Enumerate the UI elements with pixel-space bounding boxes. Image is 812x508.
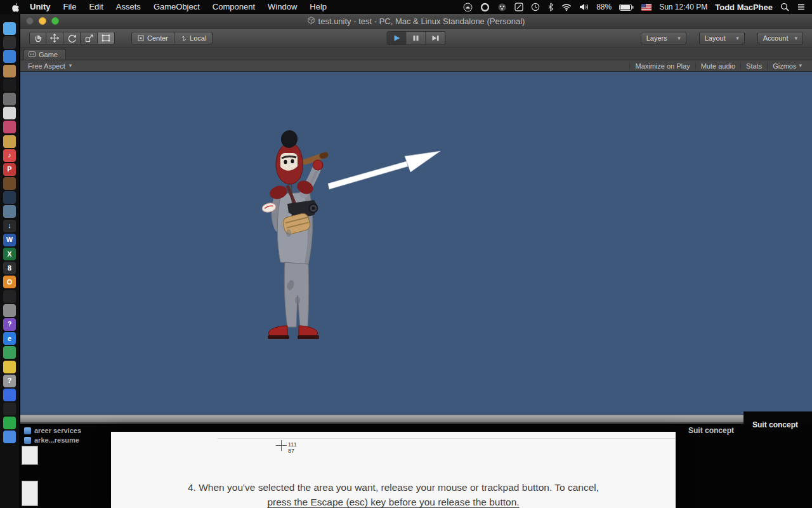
hand-tool-button[interactable] [29,32,46,44]
document-thumbnail[interactable] [22,446,38,465]
dock-icon-11[interactable]: P [3,163,16,176]
game-button-gizmos[interactable]: Gizmos▾ [767,62,807,70]
game-view-icon [29,51,36,58]
dock-icon-13[interactable] [3,191,16,204]
play-button[interactable] [387,31,407,45]
dock-icon-24[interactable] [3,346,16,359]
unity-cube-icon [308,17,315,26]
help-document-window[interactable]: 111 87 4. When you've selected the area … [111,432,676,508]
menubar-clock[interactable]: Sun 12:40 PM [659,3,707,11]
dock-icon-1[interactable] [3,22,16,35]
dock-icon-18[interactable]: 8 [3,262,16,274]
menu-window[interactable]: Window [261,0,303,14]
wifi-icon[interactable] [561,3,572,11]
input-language-flag-icon[interactable] [641,4,652,11]
scale-tool-button[interactable] [81,32,98,44]
dock-icon-28[interactable] [3,403,16,415]
game-button-stats[interactable]: Stats [740,62,767,70]
spotlight-search-icon[interactable] [780,3,789,11]
rotate-tool-button[interactable] [63,32,81,44]
dock-icon-3[interactable] [3,50,16,63]
step-button[interactable] [426,31,446,45]
window-bottom-scrollbar[interactable] [20,415,812,423]
dock-icon-29[interactable] [3,417,16,429]
dock-icon-5[interactable] [3,79,16,91]
screenshot-crosshair-icon [276,440,287,451]
status-app-icon-3[interactable] [497,3,507,12]
menu-gameobject[interactable]: GameObject [147,0,206,14]
zoom-window-button[interactable] [51,17,59,25]
close-window-button[interactable] [26,17,34,25]
dock-icon-8[interactable] [3,121,16,133]
notification-center-icon[interactable] [797,3,806,11]
volume-icon[interactable] [579,3,589,11]
dock-icon-16[interactable]: W [3,234,16,246]
background-list-item[interactable]: arke...resume [24,436,79,444]
move-tool-button[interactable] [46,32,63,44]
time-machine-icon[interactable] [531,3,540,11]
background-item-label: areer services [34,427,81,434]
dock-icon-7[interactable] [3,107,16,119]
apple-menu-icon[interactable] [11,3,20,12]
dock-icon-21[interactable] [3,304,16,317]
dock-icon-22[interactable]: ? [3,318,16,331]
help-text-line2: press the Escape (esc) key before you re… [111,495,676,508]
status-app-icon-1[interactable] [463,3,473,12]
dock-icon-20[interactable] [3,290,16,303]
menu-help[interactable]: Help [303,0,333,14]
dock-icon-26[interactable]: ? [3,375,16,387]
menu-unity[interactable]: Unity [23,0,57,14]
dock-icon-19[interactable]: O [3,276,16,288]
dock-icon-9[interactable] [3,135,16,148]
playmode-controls [387,31,446,45]
game-button-mute-audio[interactable]: Mute audio [695,62,740,70]
folder-icon [24,437,31,444]
dock-icon-27[interactable] [3,389,16,401]
rect-tool-button[interactable] [98,32,115,44]
status-app-icon-4[interactable] [514,3,523,11]
minimize-window-button[interactable] [39,17,46,25]
layout-dropdown[interactable]: Layout ▾ [699,32,745,44]
battery-percent: 88% [596,3,612,11]
menubar-user[interactable]: Todd MacPhee [715,3,773,12]
game-view-buttons: Maximize on PlayMute audioStatsGizmos▾ [629,62,807,70]
dock-icon-6[interactable] [3,93,16,105]
dock-icon-4[interactable] [3,65,16,77]
battery-icon[interactable] [619,4,634,11]
menu-file[interactable]: File [57,0,83,14]
menu-edit[interactable]: Edit [82,0,109,14]
pause-button[interactable] [407,31,426,45]
account-dropdown-label: Account [763,34,789,42]
dock-icon-15[interactable]: ↓ [3,220,16,232]
dock-icon-23[interactable]: e [3,332,16,345]
dock-icon-17[interactable]: X [3,248,16,260]
menu-assets[interactable]: Assets [110,0,147,14]
dock-icon-25[interactable] [3,361,16,373]
background-list-item[interactable]: areer services [24,427,81,434]
status-app-icon-2[interactable] [480,3,490,12]
dock-icon-14[interactable] [3,205,16,218]
window-titlebar[interactable]: test.unity - test - PC, Mac & Linux Stan… [20,14,812,29]
tab-game[interactable]: Game [23,49,66,60]
dock-icon-12[interactable] [3,177,16,190]
menu-component[interactable]: Component [206,0,261,14]
window-title-wrap: test.unity - test - PC, Mac & Linux Stan… [20,17,812,26]
aspect-dropdown[interactable]: Free Aspect ▾ [25,62,74,70]
help-document-text: 4. When you've selected the area you wan… [111,480,676,508]
dock-icon-30[interactable] [3,431,16,443]
dock-icon-10[interactable]: ♪ [3,149,16,162]
pivot-local-button[interactable]: Local [174,32,213,44]
dock: ♪P↓WX8O?e? [0,14,19,508]
bluetooth-icon[interactable] [547,3,554,11]
document-thumbnail[interactable] [22,481,38,506]
unity-toolbar: Center Local Lay [20,29,812,48]
screen: UnityFileEditAssetsGameObjectComponentWi… [0,0,812,508]
layers-dropdown[interactable]: Layers ▾ [641,32,686,44]
account-dropdown[interactable]: Account ▾ [757,32,803,44]
game-viewport[interactable] [20,72,812,415]
pivot-center-button[interactable]: Center [131,32,174,44]
layers-dropdown-label: Layers [646,34,667,42]
dock-icon-2[interactable] [3,36,16,49]
game-button-maximize-on-play[interactable]: Maximize on Play [629,62,695,70]
chevron-down-icon: ▾ [736,36,739,41]
